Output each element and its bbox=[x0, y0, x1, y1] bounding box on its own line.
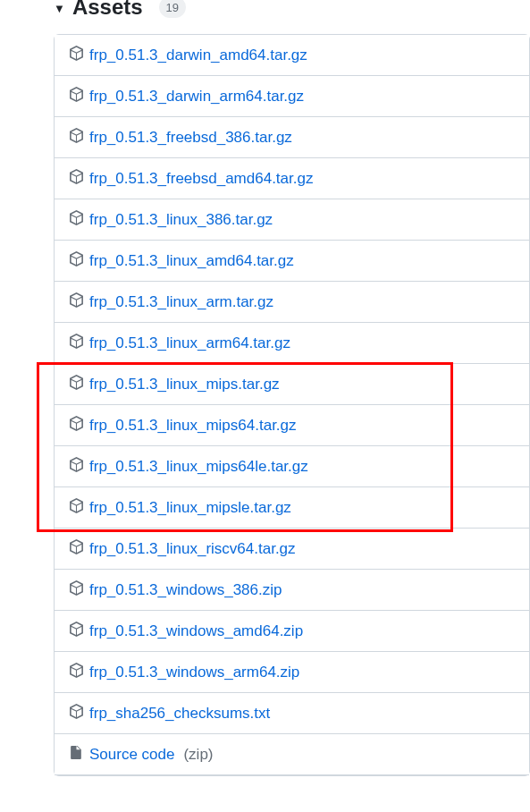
package-icon bbox=[69, 704, 84, 723]
assets-header[interactable]: ▼ Assets 19 bbox=[0, 0, 530, 34]
asset-link[interactable]: frp_0.51.3_windows_arm64.zip bbox=[89, 664, 299, 681]
package-icon bbox=[69, 251, 84, 270]
asset-link[interactable]: frp_0.51.3_linux_mips64le.tar.gz bbox=[89, 458, 308, 476]
asset-link[interactable]: frp_0.51.3_darwin_amd64.tar.gz bbox=[89, 47, 307, 64]
package-icon bbox=[69, 169, 84, 188]
asset-link[interactable]: frp_0.51.3_linux_amd64.tar.gz bbox=[89, 252, 294, 270]
asset-link[interactable]: Source code bbox=[89, 746, 174, 764]
asset-row: frp_0.51.3_linux_riscv64.tar.gz bbox=[55, 529, 529, 570]
asset-link[interactable]: frp_0.51.3_darwin_arm64.tar.gz bbox=[89, 88, 304, 106]
asset-row: frp_sha256_checksums.txt bbox=[55, 693, 529, 734]
asset-row: frp_0.51.3_windows_amd64.zip bbox=[55, 611, 529, 652]
assets-count-badge: 19 bbox=[159, 0, 186, 18]
asset-row: frp_0.51.3_windows_arm64.zip bbox=[55, 652, 529, 693]
asset-link[interactable]: frp_0.51.3_linux_riscv64.tar.gz bbox=[89, 540, 296, 558]
asset-link[interactable]: frp_0.51.3_linux_mipsle.tar.gz bbox=[89, 499, 291, 517]
asset-link[interactable]: frp_0.51.3_windows_386.zip bbox=[89, 581, 282, 599]
asset-row: frp_0.51.3_linux_arm.tar.gz bbox=[55, 282, 529, 323]
asset-row: frp_0.51.3_linux_386.tar.gz bbox=[55, 199, 529, 241]
package-icon bbox=[69, 457, 84, 476]
assets-title: Assets bbox=[72, 0, 143, 20]
package-icon bbox=[69, 622, 84, 640]
asset-link[interactable]: frp_0.51.3_windows_amd64.zip bbox=[89, 622, 303, 640]
asset-row: frp_0.51.3_linux_amd64.tar.gz bbox=[55, 241, 529, 282]
package-icon bbox=[69, 498, 84, 517]
package-icon bbox=[69, 128, 84, 147]
asset-link[interactable]: frp_0.51.3_freebsd_amd64.tar.gz bbox=[89, 170, 313, 188]
package-icon bbox=[69, 539, 84, 558]
package-icon bbox=[69, 580, 84, 599]
asset-row: frp_0.51.3_freebsd_amd64.tar.gz bbox=[55, 158, 529, 199]
asset-link[interactable]: frp_0.51.3_freebsd_386.tar.gz bbox=[89, 129, 292, 147]
asset-row: frp_0.51.3_darwin_arm64.tar.gz bbox=[55, 76, 529, 117]
asset-row: frp_0.51.3_linux_mips64le.tar.gz bbox=[55, 446, 529, 487]
asset-link[interactable]: frp_sha256_checksums.txt bbox=[89, 705, 270, 723]
file-zip-icon bbox=[69, 745, 84, 764]
asset-link[interactable]: frp_0.51.3_linux_386.tar.gz bbox=[89, 211, 273, 229]
asset-row: frp_0.51.3_linux_arm64.tar.gz bbox=[55, 323, 529, 364]
asset-row: frp_0.51.3_linux_mips.tar.gz bbox=[55, 364, 529, 405]
package-icon bbox=[69, 334, 84, 352]
asset-row: frp_0.51.3_linux_mips64.tar.gz bbox=[55, 405, 529, 446]
package-icon bbox=[69, 663, 84, 681]
asset-row: frp_0.51.3_linux_mipsle.tar.gz bbox=[55, 487, 529, 529]
collapse-triangle-icon: ▼ bbox=[54, 2, 65, 15]
asset-row: frp_0.51.3_darwin_amd64.tar.gz bbox=[55, 35, 529, 76]
asset-row: frp_0.51.3_freebsd_386.tar.gz bbox=[55, 117, 529, 158]
asset-suffix: (zip) bbox=[183, 746, 213, 764]
asset-link[interactable]: frp_0.51.3_linux_arm64.tar.gz bbox=[89, 334, 290, 352]
asset-link[interactable]: frp_0.51.3_linux_mips.tar.gz bbox=[89, 376, 280, 393]
assets-list: frp_0.51.3_darwin_amd64.tar.gzfrp_0.51.3… bbox=[54, 34, 530, 776]
package-icon bbox=[69, 210, 84, 229]
asset-link[interactable]: frp_0.51.3_linux_mips64.tar.gz bbox=[89, 417, 297, 435]
package-icon bbox=[69, 416, 84, 435]
asset-row: frp_0.51.3_windows_386.zip bbox=[55, 570, 529, 611]
package-icon bbox=[69, 292, 84, 311]
package-icon bbox=[69, 87, 84, 106]
package-icon bbox=[69, 46, 84, 64]
package-icon bbox=[69, 375, 84, 393]
asset-row: Source code(zip) bbox=[55, 734, 529, 775]
asset-link[interactable]: frp_0.51.3_linux_arm.tar.gz bbox=[89, 293, 273, 311]
